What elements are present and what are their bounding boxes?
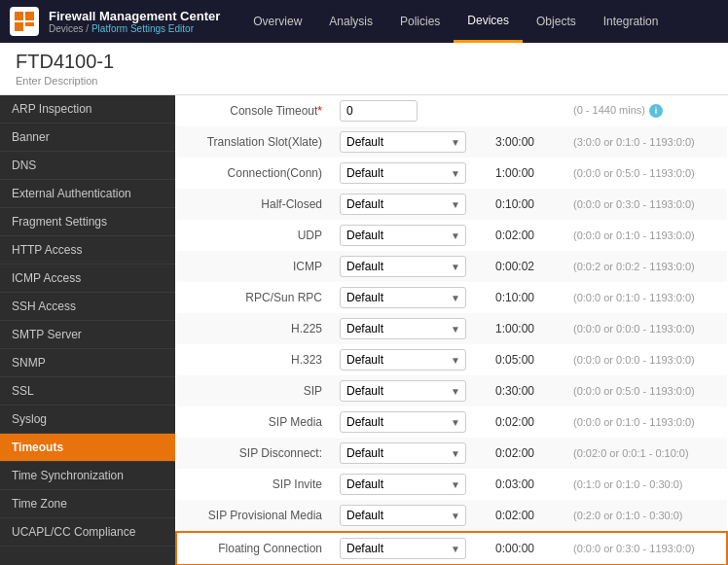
timeout-select[interactable]: DefaultCustom [340,380,466,402]
timeout-value: 0:02:00 [488,220,565,251]
page-header: FTD4100-1 Enter Description [0,43,728,95]
timeout-range: (0:0:0 or 0:1:0 - 1193:0:0) [565,220,727,251]
nav-item-policies[interactable]: Policies [386,0,454,43]
row-label: Connection(Conn) [176,158,332,189]
timeout-range: (0:02:0 or 0:0:1 - 0:10:0) [565,438,727,469]
content-area: Console Timeout*(0 - 1440 mins)iTranslat… [175,95,728,565]
row-label: ICMP [176,251,332,282]
nav-item-analysis[interactable]: Analysis [315,0,386,43]
sidebar-item-ssl[interactable]: SSL [0,377,175,406]
main-layout: ARP InspectionBannerDNSExternal Authenti… [0,95,728,565]
sidebar-item-fragment-settings[interactable]: Fragment Settings [0,208,175,236]
svg-rect-1 [25,12,34,20]
nav-item-objects[interactable]: Objects [523,0,590,43]
table-row: ICMPDefaultCustom▼0:00:02(0:0:2 or 0:0:2… [176,251,727,282]
nav-item-devices[interactable]: Devices [454,0,523,43]
page-title: FTD4100-1 [16,51,712,73]
timeout-select[interactable]: DefaultCustom [340,162,466,184]
sidebar-item-ucapl-cc-compliance[interactable]: UCAPL/CC Compliance [0,518,175,547]
timeout-value: 0:10:00 [488,282,565,313]
table-row: Half-ClosedDefaultCustom▼0:10:00(0:0:0 o… [176,189,727,220]
row-label: H.323 [176,344,332,375]
table-row: SIP InviteDefaultCustom▼0:03:00(0:1:0 or… [176,469,727,500]
timeout-value: 0:02:00 [488,500,565,532]
row-label: UDP [176,220,332,251]
timeout-table: Console Timeout*(0 - 1440 mins)iTranslat… [175,95,728,565]
timeout-value: 0:05:00 [488,344,565,375]
table-row: H.225DefaultCustom▼1:00:00(0:0:0 or 0:0:… [176,313,727,344]
sidebar: ARP InspectionBannerDNSExternal Authenti… [0,95,175,565]
timeout-value: 0:00:00 [488,532,565,565]
sidebar-item-ssh-access[interactable]: SSH Access [0,293,175,321]
timeout-value: 0:03:00 [488,469,565,500]
sidebar-item-smtp-server[interactable]: SMTP Server [0,321,175,349]
table-row: RPC/Sun RPCDefaultCustom▼0:10:00(0:0:0 o… [176,282,727,313]
timeout-range: (0 - 1440 mins)i [565,95,727,126]
timeout-select[interactable]: DefaultCustom [340,131,466,153]
timeout-value: 3:00:00 [488,126,565,158]
sidebar-item-time-zone[interactable]: Time Zone [0,490,175,518]
timeout-value: 0:02:00 [488,406,565,438]
table-row: H.323DefaultCustom▼0:05:00(0:0:0 or 0:0:… [176,344,727,375]
sidebar-item-icmp-access[interactable]: ICMP Access [0,265,175,293]
nav-item-overview[interactable]: Overview [239,0,315,43]
breadcrumb-parent: Devices [49,23,84,34]
timeout-select[interactable]: DefaultCustom [340,505,466,526]
row-label: Floating Connection [176,532,332,565]
sidebar-item-banner[interactable]: Banner [0,124,175,152]
timeout-range: (0:2:0 or 0:1:0 - 0:30:0) [565,500,727,532]
timeout-range: (3:0:0 or 0:1:0 - 1193:0:0) [565,126,727,158]
timeout-range: (0:1:0 or 0:1:0 - 0:30:0) [565,469,727,500]
table-row: SIP Provisional MediaDefaultCustom▼0:02:… [176,500,727,532]
table-row: SIP MediaDefaultCustom▼0:02:00(0:0:0 or … [176,406,727,438]
sidebar-item-snmp[interactable]: SNMP [0,349,175,377]
page-description: Enter Description [16,75,712,87]
nav-item-integration[interactable]: Integration [590,0,673,43]
table-row: Translation Slot(Xlate)DefaultCustom▼3:0… [176,126,727,158]
timeout-range: (0:0:0 or 0:3:0 - 1193:0:0) [565,189,727,220]
top-navigation: Firewall Management Center Devices / Pla… [0,0,728,43]
row-label: SIP Media [176,406,332,438]
row-label: SIP [176,375,332,406]
breadcrumb-child[interactable]: Platform Settings Editor [91,23,194,34]
timeout-value: 0:02:00 [488,438,565,469]
app-main-title: Firewall Management Center [49,9,220,23]
timeout-value: 1:00:00 [488,158,565,189]
sidebar-item-time-synchronization[interactable]: Time Synchronization [0,462,175,490]
app-title-area: Firewall Management Center Devices / Pla… [49,9,220,34]
row-label: Translation Slot(Xlate) [176,126,332,158]
row-label: SIP Invite [176,469,332,500]
row-label: SIP Disconnect: [176,438,332,469]
timeout-select[interactable]: DefaultCustom [340,411,466,433]
sidebar-item-arp-inspection[interactable]: ARP Inspection [0,95,175,124]
row-label: H.225 [176,313,332,344]
timeout-select[interactable]: DefaultCustom [340,442,466,464]
timeout-select[interactable]: DefaultCustom [340,474,466,495]
timeout-select[interactable]: DefaultCustom [340,349,466,371]
timeout-select[interactable]: DefaultCustom [340,194,466,215]
timeout-select[interactable]: DefaultCustom [340,287,466,308]
timeout-value: 0:30:00 [488,375,565,406]
table-row: SIPDefaultCustom▼0:30:00(0:0:0 or 0:5:0 … [176,375,727,406]
table-row: SIP Disconnect:DefaultCustom▼0:02:00(0:0… [176,438,727,469]
timeout-value: 1:00:00 [488,313,565,344]
timeout-range: (0:0:0 or 0:5:0 - 1193:0:0) [565,158,727,189]
sidebar-item-syslog[interactable]: Syslog [0,406,175,434]
breadcrumb: Devices / Platform Settings Editor [49,23,220,34]
sidebar-item-external-authentication[interactable]: External Authentication [0,180,175,208]
app-logo [10,7,39,36]
sidebar-item-dns[interactable]: DNS [0,152,175,180]
timeout-range: (0:0:0 or 0:5:0 - 1193:0:0) [565,375,727,406]
sidebar-item-timeouts[interactable]: Timeouts [0,434,175,462]
timeout-select[interactable]: DefaultCustom [340,538,466,559]
timeout-range: (0:0:0 or 0:1:0 - 1193:0:0) [565,282,727,313]
table-row: Connection(Conn)DefaultCustom▼1:00:00(0:… [176,158,727,189]
console-timeout-input[interactable] [340,100,418,122]
timeout-range: (0:0:2 or 0:0:2 - 1193:0:0) [565,251,727,282]
timeout-select[interactable]: DefaultCustom [340,256,466,277]
timeout-select[interactable]: DefaultCustom [340,318,466,339]
svg-rect-2 [15,22,23,31]
timeout-range: (0:0:0 or 0:3:0 - 1193:0:0) [565,532,727,565]
timeout-select[interactable]: DefaultCustom [340,225,466,246]
sidebar-item-http-access[interactable]: HTTP Access [0,236,175,265]
